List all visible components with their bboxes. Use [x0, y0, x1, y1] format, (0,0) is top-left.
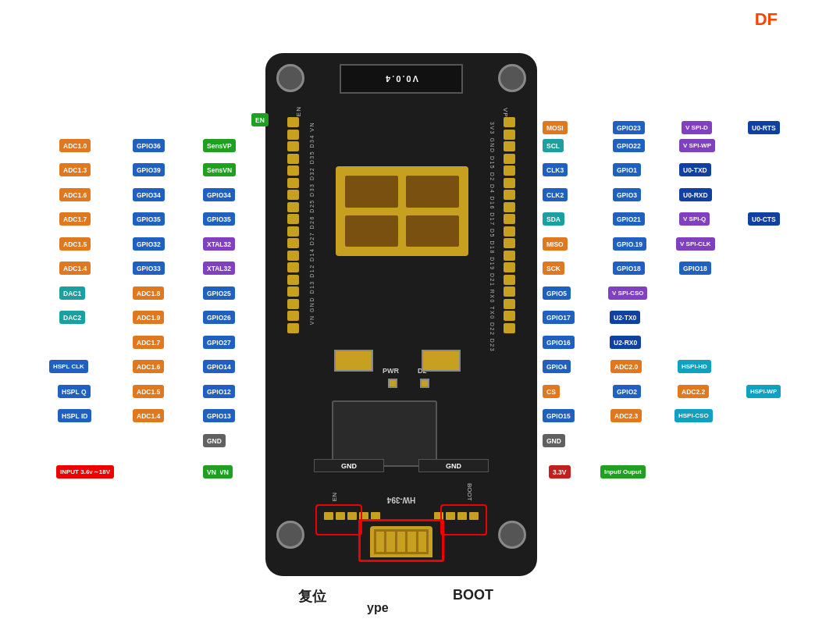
pin-vspi-d: V SPI-D	[682, 121, 712, 134]
pin-en: EN	[251, 113, 269, 126]
pin-hspl-q: HSPL Q	[58, 385, 91, 398]
pin-adc23: ADC2.3	[610, 409, 642, 422]
pin-gpio13: GPIO13	[203, 409, 235, 422]
pin-u2rx0: U2-RX0	[610, 336, 641, 349]
pin-xtal32b: XTAL32	[203, 262, 235, 275]
pin-gpio1: GPIO1	[613, 163, 641, 176]
pin-gpio17: GPIO17	[543, 311, 575, 324]
pin-u2tx0: U2-TX0	[610, 311, 640, 324]
pin-gpio36: GPIO36	[133, 139, 165, 152]
pin-vspi-cso: V SPI-CSO	[608, 286, 647, 300]
pin-gpio33: GPIO33	[133, 262, 165, 275]
boot-label: BOOT	[453, 587, 493, 603]
pin-adc14b: ADC1.4	[133, 409, 164, 422]
pin-sensvn: SensVN	[203, 163, 236, 176]
pin-gpio39: GPIO39	[133, 163, 165, 176]
pin-adc22: ADC2.2	[678, 385, 709, 398]
pin-input-output: Input/ Ouput	[600, 465, 646, 479]
pin-gpio35a: GPIO35	[203, 212, 235, 226]
pin-gpio22: GPIO22	[613, 139, 645, 152]
pin-gpio18: GPIO18	[613, 262, 645, 275]
pin-dac1: DAC1	[59, 286, 85, 300]
type-label: ype	[367, 601, 389, 615]
pin-gpio32: GPIO32	[133, 237, 165, 251]
pin-adc15: ADC1.5	[59, 237, 91, 251]
pin-adc14: ADC1.4	[59, 262, 91, 275]
pin-gpio34a: GPIO34	[203, 188, 235, 201]
pin-adc20: ADC2.0	[610, 360, 642, 373]
pin-dac2: DAC2	[59, 311, 85, 324]
pin-gpio26: GPIO26	[203, 311, 235, 324]
pin-gnd-left: GND	[203, 434, 226, 447]
pin-adc16: ADC1.6	[59, 188, 91, 201]
pin-gpio19: GPIO.19	[613, 237, 646, 251]
pin-adc15b: ADC1.5	[133, 385, 164, 398]
pin-hspi-cso: HSPI-CSO	[674, 409, 713, 422]
pin-adc17: ADC1.7	[59, 212, 91, 226]
pin-miso: MISO	[543, 237, 568, 251]
pin-gpio2: GPIO2	[613, 385, 641, 398]
pin-clk3: CLK3	[543, 163, 568, 176]
pin-adc10: ADC1.0	[59, 139, 91, 152]
pin-gpio5: GPIO5	[543, 286, 571, 300]
pin-u0rts: U0-RTS	[748, 121, 780, 134]
pin-vn-bottom: VN	[203, 465, 220, 479]
pin-adc13: ADC1.3	[59, 163, 91, 176]
pin-adc19: ADC1.9	[133, 311, 164, 324]
pin-gpio23: GPIO23	[613, 121, 645, 134]
pin-gpio35b: GPIO35	[133, 212, 165, 226]
esp32-board: V0.0.4 EN VP VN GND D13 D12 D14 D27 D26 …	[265, 53, 537, 576]
pin-vspi-wp: V SPI-WP	[679, 139, 715, 152]
pin-sck: SCK	[543, 262, 564, 275]
pin-gnd-right: GND	[543, 434, 565, 447]
pin-gpio3: GPIO3	[613, 188, 641, 201]
df-logo: DF	[755, 9, 778, 30]
pin-u0txd: U0-TXD	[679, 163, 711, 176]
pin-mosi: MOSI	[543, 121, 568, 134]
pin-u0rxd: U0-RXD	[679, 188, 712, 201]
pin-u0cts: U0-CTS	[748, 212, 780, 226]
pin-gpio12: GPIO12	[203, 385, 235, 398]
pin-gpio27: GPIO27	[203, 336, 235, 349]
pin-hspi-wp: HSPI-WP	[746, 385, 781, 398]
pin-gpio15: GPIO15	[543, 409, 575, 422]
pin-hspl-clk: HSPL CLK	[49, 360, 88, 373]
pin-clk2: CLK2	[543, 188, 568, 201]
version-label: V0.0.4	[340, 64, 463, 94]
pin-vspi-clk: V SPI-CLK	[676, 237, 715, 251]
pin-hspi-hd: HSPI-HD	[678, 360, 711, 373]
pin-gpio14: GPIO14	[203, 360, 235, 373]
pin-gpio21: GPIO21	[613, 212, 645, 226]
pin-gpio25: GPIO25	[203, 286, 235, 300]
pin-gpio18b: GPIO18	[679, 262, 711, 275]
pin-adc16b: ADC1.6	[133, 360, 164, 373]
pin-gpio4: GPIO4	[543, 360, 571, 373]
pin-hspl-id: HSPL ID	[58, 409, 91, 422]
pin-adc18: ADC1.8	[133, 286, 164, 300]
pin-3v3: 3.3V	[549, 465, 571, 479]
reset-label: 复位	[298, 587, 326, 606]
pin-gpio34b: GPIO34	[133, 188, 165, 201]
pin-sensvp: SensVP	[203, 139, 236, 152]
pin-scl: SCL	[543, 139, 564, 152]
pin-input-voltage: INPUT 3.6v～18V	[56, 465, 114, 479]
pin-xtal32a: XTAL32	[203, 237, 235, 251]
pin-gpio16: GPIO16	[543, 336, 575, 349]
pin-adc17b: ADC1.7	[133, 336, 164, 349]
pin-cs: CS	[543, 385, 560, 398]
pin-sda: SDA	[543, 212, 564, 226]
pin-vspi-q: V SPI-Q	[679, 212, 710, 226]
